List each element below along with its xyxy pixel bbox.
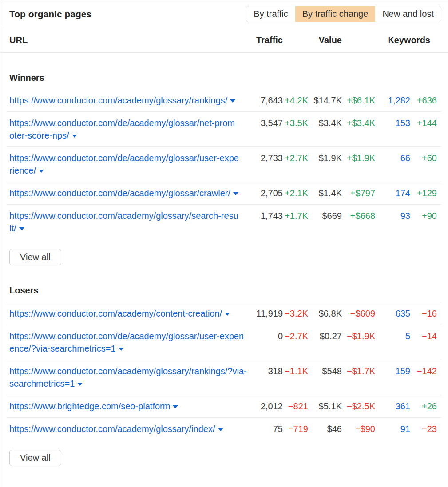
column-header-value: Value: [308, 35, 342, 45]
keywords-link[interactable]: 93: [375, 210, 410, 222]
keywords-link[interactable]: 91: [375, 423, 410, 435]
page-url-link[interactable]: https://www.brightedge.com/seo-platform: [9, 401, 170, 411]
table-row: https://www.conductor.com/academy/glossa…: [7, 89, 441, 111]
page-url-link[interactable]: https://www.conductor.com/de/academy/glo…: [9, 188, 230, 198]
url-cell: https://www.conductor.com/academy/glossa…: [9, 365, 248, 390]
section-heading: Losers: [0, 265, 448, 302]
keywords-change: +60: [410, 152, 437, 164]
caret-down-icon[interactable]: [218, 428, 223, 431]
keywords-link[interactable]: 66: [375, 152, 410, 164]
keywords-change: +129: [410, 187, 437, 199]
traffic-value: 318: [248, 365, 283, 377]
value-change: −$609: [342, 307, 375, 320]
url-cell: https://www.conductor.com/academy/glossa…: [9, 423, 248, 435]
url-cell: https://www.conductor.com/academy/glossa…: [9, 94, 248, 107]
top-organic-pages-panel: Top organic pages By trafficBy traffic c…: [0, 0, 448, 487]
value-change: +$1.9K: [342, 152, 375, 164]
page-title: Top organic pages: [9, 9, 91, 20]
traffic-value: 75: [248, 423, 283, 435]
column-header-url: URL: [9, 35, 248, 45]
table-row: https://www.conductor.com/de/academy/glo…: [7, 111, 441, 146]
page-url-link[interactable]: https://www.conductor.com/academy/glossa…: [9, 95, 227, 105]
caret-down-icon[interactable]: [119, 348, 124, 351]
value-value: $669: [308, 210, 342, 222]
table-row: https://www.conductor.com/academy/glossa…: [7, 204, 441, 239]
keywords-change: +26: [410, 400, 437, 412]
tab-by-traffic[interactable]: By traffic: [246, 6, 295, 22]
view-all-button[interactable]: View all: [9, 450, 61, 466]
traffic-change: −719: [283, 423, 308, 435]
caret-down-icon[interactable]: [77, 383, 83, 386]
page-url-link[interactable]: https://www.conductor.com/academy/glossa…: [9, 211, 238, 233]
panel-header: Top organic pages By trafficBy traffic c…: [0, 0, 448, 28]
traffic-change: +3.5K: [283, 117, 308, 129]
traffic-change: −3.2K: [283, 307, 308, 320]
keywords-change: +144: [410, 117, 437, 129]
keywords-link[interactable]: 635: [375, 307, 410, 320]
value-value: $1.4K: [308, 187, 342, 199]
value-value: $5.1K: [308, 400, 342, 412]
table-row: https://www.conductor.com/de/academy/glo…: [7, 325, 441, 360]
url-cell: https://www.brightedge.com/seo-platform: [9, 400, 248, 412]
url-cell: https://www.conductor.com/de/academy/glo…: [9, 152, 248, 177]
value-change: −$2.5K: [342, 400, 375, 412]
caret-down-icon[interactable]: [39, 170, 44, 173]
keywords-change: +90: [410, 210, 437, 222]
keywords-change: −16: [410, 307, 437, 320]
caret-down-icon[interactable]: [19, 227, 24, 230]
value-change: +$797: [342, 187, 375, 199]
page-url-link[interactable]: https://www.conductor.com/academy/glossa…: [9, 424, 215, 434]
keywords-link[interactable]: 1,282: [375, 94, 410, 107]
caret-down-icon[interactable]: [72, 135, 77, 138]
caret-down-icon[interactable]: [225, 313, 230, 316]
caret-down-icon[interactable]: [230, 99, 235, 103]
traffic-value: 11,919: [248, 307, 283, 320]
traffic-value: 2,705: [248, 187, 283, 199]
table-row: https://www.conductor.com/academy/conten…: [7, 302, 441, 325]
column-header-traffic: Traffic: [248, 35, 283, 45]
caret-down-icon[interactable]: [173, 405, 178, 408]
section-heading: Winners: [0, 53, 448, 89]
value-value: $46: [308, 423, 342, 435]
value-change: +$6.1K: [342, 94, 375, 107]
page-url-link[interactable]: https://www.conductor.com/academy/conten…: [9, 309, 222, 318]
url-cell: https://www.conductor.com/academy/conten…: [9, 307, 248, 320]
traffic-value: 7,643: [248, 94, 283, 107]
traffic-value: 1,743: [248, 210, 283, 222]
url-cell: https://www.conductor.com/academy/glossa…: [9, 210, 248, 234]
keywords-link[interactable]: 5: [375, 330, 410, 342]
traffic-change: +4.2K: [283, 94, 308, 107]
table-row: https://www.conductor.com/de/academy/glo…: [7, 146, 441, 182]
tab-new-and-lost[interactable]: New and lost: [375, 6, 441, 22]
table-header: URL Traffic Value Keywords: [0, 28, 448, 53]
url-cell: https://www.conductor.com/de/academy/glo…: [9, 330, 248, 355]
table-row: https://www.conductor.com/academy/glossa…: [7, 360, 441, 395]
keywords-link[interactable]: 361: [375, 400, 410, 412]
value-change: +$668: [342, 210, 375, 222]
traffic-change: +1.7K: [283, 210, 308, 222]
value-value: $3.4K: [308, 117, 342, 129]
traffic-change: +2.7K: [283, 152, 308, 164]
traffic-change: +2.1K: [283, 187, 308, 199]
page-url-link[interactable]: https://www.conductor.com/de/academy/glo…: [9, 331, 244, 353]
url-cell: https://www.conductor.com/de/academy/glo…: [9, 187, 248, 199]
traffic-value: 2,733: [248, 152, 283, 164]
tab-by-traffic-change[interactable]: By traffic change: [295, 6, 376, 22]
keywords-change: −23: [410, 423, 437, 435]
traffic-value: 0: [248, 330, 283, 342]
value-value: $0.27: [308, 330, 342, 342]
keywords-link[interactable]: 174: [375, 187, 410, 199]
page-url-link[interactable]: https://www.conductor.com/de/academy/glo…: [9, 118, 235, 140]
url-cell: https://www.conductor.com/de/academy/glo…: [9, 117, 248, 142]
traffic-change: −821: [283, 400, 308, 412]
value-change: −$1.7K: [342, 365, 375, 377]
traffic-change: −2.7K: [283, 330, 308, 342]
keywords-link[interactable]: 153: [375, 117, 410, 129]
sections-container: Winnershttps://www.conductor.com/academy…: [0, 53, 448, 466]
view-all-button[interactable]: View all: [9, 249, 61, 265]
value-value: $1.9K: [308, 152, 342, 164]
page-url-link[interactable]: https://www.conductor.com/academy/glossa…: [9, 366, 247, 388]
traffic-value: 2,012: [248, 400, 283, 412]
caret-down-icon[interactable]: [233, 192, 238, 195]
keywords-link[interactable]: 159: [375, 365, 410, 377]
